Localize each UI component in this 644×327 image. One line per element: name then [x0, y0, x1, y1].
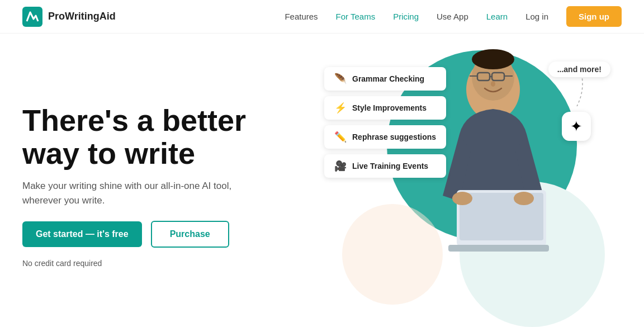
nav-learn[interactable]: Learn	[486, 12, 508, 21]
svg-point-8	[472, 49, 514, 69]
cta-buttons: Get started — it's free Purchase	[22, 221, 313, 248]
rephrase-icon: ✏️	[334, 131, 347, 143]
and-more-bubble: ...and more!	[548, 61, 610, 77]
headline: There's a better way to write	[22, 104, 313, 170]
subheadline: Make your writing shine with our all-in-…	[22, 179, 246, 207]
no-credit-card-note: No credit card required	[22, 259, 313, 268]
svg-point-13	[514, 192, 534, 205]
feature-label-training: Live Training Events	[352, 162, 428, 170]
feature-label-grammar: Grammar Checking	[352, 74, 424, 83]
logo-icon	[22, 7, 42, 27]
nav-login[interactable]: Log in	[525, 12, 548, 21]
purchase-button[interactable]: Purchase	[151, 221, 229, 248]
training-icon: 🎥	[334, 160, 347, 172]
star-icon: ✦	[570, 118, 583, 135]
nav-for-teams[interactable]: For Teams	[336, 12, 376, 21]
style-icon: ⚡	[334, 102, 347, 114]
feature-card-training: 🎥 Live Training Events	[324, 154, 446, 178]
hero-left: There's a better way to write Make your …	[22, 104, 313, 268]
star-badge: ✦	[562, 112, 591, 141]
feature-card-style: ⚡ Style Improvements	[324, 96, 446, 120]
hero-right: 🪶 Grammar Checking ⚡ Style Improvements …	[313, 45, 622, 327]
feature-card-grammar: 🪶 Grammar Checking	[324, 67, 446, 91]
get-started-button[interactable]: Get started — it's free	[22, 221, 142, 247]
logo-text: ProWritingAid	[48, 11, 116, 22]
signup-button[interactable]: Sign up	[566, 6, 622, 27]
main-nav: Features For Teams Pricing Use App Learn…	[285, 6, 622, 27]
feature-label-rephrase: Rephrase suggestions	[352, 132, 436, 141]
feature-label-style: Style Improvements	[352, 103, 427, 112]
svg-point-14	[491, 81, 495, 87]
grammar-icon: 🪶	[334, 73, 347, 85]
nav-features[interactable]: Features	[285, 12, 318, 21]
feature-cards: 🪶 Grammar Checking ⚡ Style Improvements …	[324, 67, 446, 178]
svg-point-12	[452, 192, 472, 205]
logo[interactable]: ProWritingAid	[22, 7, 116, 27]
feature-card-rephrase: ✏️ Rephrase suggestions	[324, 125, 446, 149]
nav-pricing[interactable]: Pricing	[393, 12, 419, 21]
svg-rect-11	[448, 245, 549, 252]
nav-use-app[interactable]: Use App	[437, 12, 468, 21]
